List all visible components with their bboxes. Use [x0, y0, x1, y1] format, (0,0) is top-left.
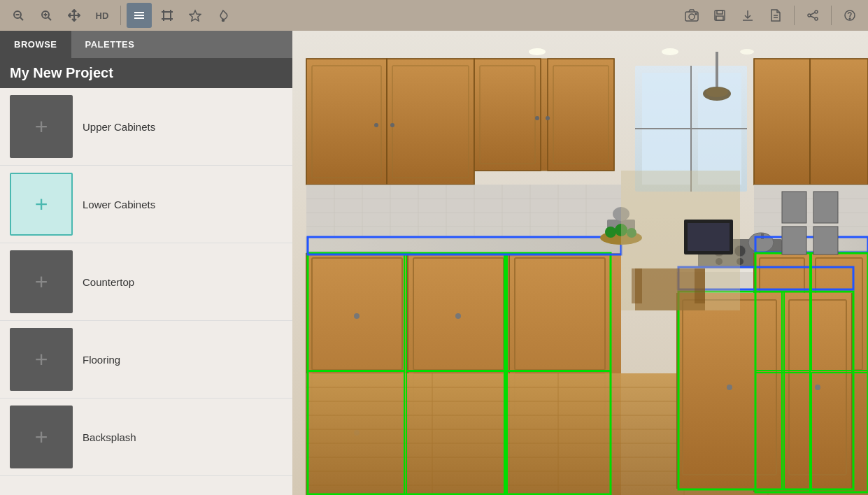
svg-point-150: [815, 385, 820, 390]
hd-button[interactable]: HD: [90, 3, 115, 28]
svg-point-68: [535, 116, 539, 120]
flooring-label: Flooring: [83, 354, 120, 366]
lower-cabinets-swatch[interactable]: +: [10, 173, 73, 236]
lower-cabinets-label: Lower Cabinets: [83, 199, 155, 210]
main-toolbar: HD: [0, 0, 868, 31]
svg-point-176: [605, 227, 616, 238]
star-button[interactable]: [183, 3, 208, 28]
sidebar-tabs: BROWSE PALETTES: [0, 31, 292, 58]
svg-point-69: [546, 116, 550, 120]
svg-point-149: [727, 385, 732, 390]
add-lower-cabinets-icon: +: [35, 192, 48, 217]
countertop-label: Countertop: [83, 276, 134, 288]
kitchen-image-area: [292, 31, 868, 495]
svg-rect-188: [688, 223, 730, 251]
svg-point-34: [808, 14, 811, 17]
svg-rect-185: [632, 268, 642, 303]
svg-point-25: [695, 13, 697, 15]
upper-cabinets-swatch[interactable]: +: [10, 95, 73, 158]
svg-point-43: [740, 49, 754, 55]
save-button[interactable]: [707, 3, 732, 28]
svg-point-119: [455, 313, 461, 319]
svg-rect-180: [813, 192, 838, 223]
svg-point-51: [706, 87, 728, 97]
svg-rect-182: [813, 227, 838, 254]
svg-point-41: [529, 48, 546, 55]
svg-rect-28: [716, 16, 723, 20]
file-button[interactable]: [763, 3, 788, 28]
backsplash-swatch[interactable]: +: [10, 406, 73, 468]
svg-rect-27: [717, 10, 723, 14]
svg-rect-179: [782, 192, 806, 223]
zoom-out-button[interactable]: [6, 3, 31, 28]
svg-point-62: [390, 123, 394, 127]
svg-line-4: [48, 17, 51, 20]
add-flooring-icon: +: [35, 347, 48, 373]
share-button[interactable]: [800, 3, 825, 28]
pan-button[interactable]: [62, 3, 87, 28]
sidebar: BROWSE PALETTES My New Project + Upper C…: [0, 31, 292, 495]
svg-rect-181: [782, 227, 806, 254]
camera-button[interactable]: [679, 3, 704, 28]
svg-point-24: [689, 14, 695, 20]
svg-point-33: [815, 10, 818, 13]
tab-palettes[interactable]: PALETTES: [71, 31, 149, 58]
kitchen-visualization: [292, 31, 868, 495]
svg-line-1: [20, 17, 23, 20]
svg-rect-70: [754, 59, 868, 185]
add-upper-cabinets-icon: +: [35, 114, 48, 140]
toolbar-right: [679, 3, 862, 28]
svg-point-39: [849, 18, 850, 19]
countertop-swatch[interactable]: +: [10, 250, 73, 313]
tab-browse[interactable]: BROWSE: [0, 31, 71, 58]
svg-line-37: [811, 16, 815, 18]
divider-2: [794, 6, 795, 25]
add-backsplash-icon: +: [35, 424, 48, 450]
crop-button[interactable]: [155, 3, 180, 28]
divider-1: [120, 6, 121, 25]
paint-button[interactable]: [211, 3, 236, 28]
material-item-lower-cabinets[interactable]: + Lower Cabinets: [0, 166, 292, 243]
material-list: + Upper Cabinets + Lower Cabinets + Coun…: [0, 88, 292, 476]
svg-rect-56: [306, 59, 474, 185]
svg-line-36: [811, 13, 815, 15]
divider-3: [831, 6, 832, 25]
zoom-in-button[interactable]: [34, 3, 59, 28]
svg-point-35: [815, 17, 818, 20]
upper-cabinets-label: Upper Cabinets: [83, 121, 155, 133]
svg-rect-143: [677, 293, 852, 489]
svg-marker-21: [190, 10, 201, 21]
main-content: BROWSE PALETTES My New Project + Upper C…: [0, 31, 868, 495]
backsplash-label: Backsplash: [83, 431, 136, 443]
material-item-upper-cabinets[interactable]: + Upper Cabinets: [0, 88, 292, 166]
material-item-backsplash[interactable]: + Backsplash: [0, 399, 292, 476]
svg-point-22: [222, 20, 225, 22]
help-button[interactable]: [837, 3, 862, 28]
svg-rect-49: [716, 52, 718, 87]
flooring-swatch[interactable]: +: [10, 328, 73, 391]
material-item-countertop[interactable]: + Countertop: [0, 243, 292, 321]
material-item-flooring[interactable]: + Flooring: [0, 321, 292, 399]
svg-rect-12: [164, 12, 171, 19]
svg-point-42: [662, 48, 678, 55]
svg-point-61: [374, 123, 378, 127]
svg-rect-186: [695, 268, 705, 303]
add-countertop-icon: +: [35, 269, 48, 295]
list-view-button[interactable]: [127, 3, 152, 28]
svg-point-115: [354, 313, 360, 319]
svg-rect-63: [474, 59, 614, 171]
project-title: My New Project: [0, 58, 292, 88]
download-button[interactable]: [735, 3, 760, 28]
